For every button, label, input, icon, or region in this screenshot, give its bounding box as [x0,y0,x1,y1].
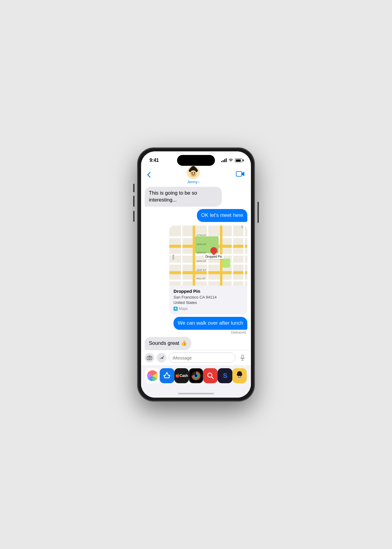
message-text: OK let's meet here [201,212,243,218]
status-time: 9:41 [149,158,159,163]
svg-text:S: S [223,372,227,379]
maps-badge: Maps [173,307,243,311]
apple-cash-icon[interactable]: 🍎Cash [174,368,189,383]
nav-bar: Jenny › [141,166,251,184]
bubble: This is going to be so interesting... [145,187,222,207]
location-address: San Francisco CA 94114 United States [173,295,243,305]
message-text: We can walk over after lunch [178,320,243,326]
bubble: Sounds great 👍 [145,337,191,350]
home-indicator [141,389,251,398]
svg-rect-12 [147,356,152,360]
bubble: OK let's meet here [197,209,247,222]
volume-down-button[interactable] [133,211,134,222]
message-text: Sounds great 👍 [149,340,187,346]
svg-point-6 [194,168,197,171]
avatar [187,166,200,179]
location-title: Dropped Pin [173,289,243,294]
svg-point-32 [240,376,241,377]
message-outgoing-1: OK let's meet here [145,209,247,222]
maps-icon [173,307,178,311]
dynamic-island [177,155,215,166]
svg-point-5 [190,168,192,171]
svg-point-30 [240,373,242,376]
message-location[interactable]: 17TH ST 18TH ST 19TH ST 20TH ST 21ST ST … [145,224,247,314]
back-button[interactable] [147,172,151,178]
app-store-icon[interactable] [160,368,174,383]
fitness-icon[interactable] [189,368,203,383]
phone-frame: 9:41 [137,148,255,401]
svg-point-13 [149,357,150,359]
mute-button[interactable] [133,184,134,192]
photos-app-icon[interactable] [145,368,160,383]
message-incoming-1: This is going to be so interesting... [145,187,247,207]
message-text: This is going to be so interesting... [149,190,197,203]
location-card[interactable]: 17TH ST 18TH ST 19TH ST 20TH ST 21ST ST … [169,226,247,314]
delivered-label: Delivered [231,330,247,335]
battery-icon [235,159,243,162]
message-incoming-2: Sounds great 👍 [145,337,247,350]
volume-up-button[interactable] [133,196,134,207]
svg-point-14 [151,357,151,358]
apps-button[interactable]: 𝒜 [157,353,166,362]
app-drawer: 🍎Cash [141,365,251,389]
home-bar [178,393,214,394]
svg-line-25 [211,377,213,379]
camera-button[interactable] [145,353,154,362]
contact-header[interactable]: Jenny › [187,166,200,184]
bubble: We can walk over after lunch [173,317,247,330]
message-input[interactable] [169,353,235,363]
input-bar: 𝒜 [141,350,251,365]
maps-label: Maps [179,307,188,311]
phone-screen: 9:41 [141,151,251,398]
svg-rect-15 [242,355,243,358]
svg-point-8 [191,172,193,174]
video-call-button[interactable] [236,171,245,179]
status-icons [221,158,243,163]
svg-point-9 [194,172,195,174]
power-button[interactable] [258,202,259,223]
signal-icon [221,159,227,162]
search-app-icon[interactable] [203,368,218,383]
chevron-icon: › [198,180,199,184]
shazam-icon[interactable]: S [218,368,232,383]
mic-button[interactable] [238,353,247,362]
map-preview: 17TH ST 18TH ST 19TH ST 20TH ST 21ST ST … [169,226,247,286]
location-info: Dropped Pin San Francisco CA 94114 Unite… [169,286,247,314]
message-outgoing-2: We can walk over after lunch Delivered [145,317,247,335]
contact-name[interactable]: Jenny › [187,180,199,184]
svg-point-31 [238,376,239,377]
messages-area: This is going to be so interesting... OK… [141,184,251,350]
svg-point-29 [237,373,239,376]
svg-rect-10 [236,171,242,176]
svg-point-7 [190,170,197,177]
map-pin: Dropped Pin [204,247,224,259]
wifi-icon [228,158,233,163]
memoji-stickers-icon[interactable] [232,368,247,383]
